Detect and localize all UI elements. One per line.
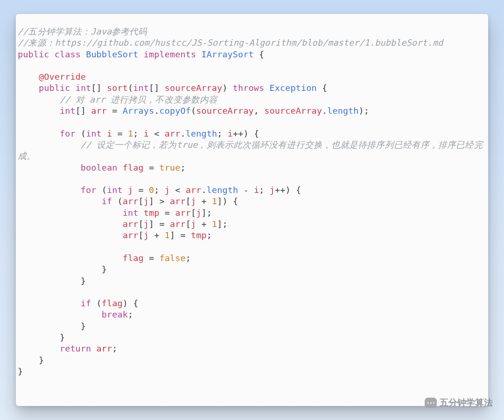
token-member: length [327,106,358,116]
token-punct: [ [186,219,191,229]
token-comment: // 对 arr 进行拷贝，不改变参数内容 [60,95,217,104]
token-plain [49,49,54,59]
token-plain [170,185,175,195]
code-line: // 设定一个标记，若为true，则表示此次循环没有进行交换，也就是待排序列已经… [18,140,483,161]
token-annotation: @Override [39,72,86,82]
token-keyword: public [18,49,49,59]
token-keyword: for [60,129,76,138]
token-type: int [76,83,91,93]
token-comment: // 设定一个标记，若为true，则表示此次循环没有进行交换，也就是待排序列已经… [18,140,483,161]
token-plain [207,196,212,206]
token-plain [228,83,233,93]
token-punct: } [39,355,44,365]
token-plain [254,49,259,59]
token-plain [144,185,149,195]
token-ident: arr [165,129,181,138]
token-plain [149,129,154,138]
token-operator: = [139,185,144,195]
token-punct: ]; [201,208,211,218]
code-line: } [18,321,86,331]
token-plain [154,253,159,263]
token-comment: //来源：https://github.com/hustcc/JS-Sortin… [18,38,443,48]
token-keyword: class [55,49,81,59]
code-line: arr[j + 1] = tmp; [18,230,212,240]
token-punct: } [81,276,86,286]
token-plain [165,196,170,206]
token-keyword: throws [233,83,264,93]
code-line: arr[j] = arr[j + 1]; [18,219,228,229]
token-plain [91,298,96,308]
token-type: int [60,106,76,116]
token-ident: arr [170,196,186,206]
token-operator: + [201,196,206,206]
code-line: //五分钟学算法：Java参考代码 [18,27,147,36]
token-ident: sourceArray [264,106,322,116]
code-line: // 对 arr 进行拷贝，不改变参数内容 [18,95,217,104]
token-punct: . [154,106,159,116]
token-punct: ) [222,83,227,93]
token-plain [139,49,144,59]
token-punct: . [322,106,327,116]
code-line: for (int i = 1; i < arr.length; i++) { [18,129,259,138]
token-punct: { [322,83,327,93]
token-plain [81,49,86,59]
token-punct: . [202,185,207,195]
token-punct: ); [359,106,369,116]
token-punct: ; [217,129,227,138]
token-punct: . [181,129,186,138]
code-line: //来源：https://github.com/hustcc/JS-Sortin… [18,38,443,48]
token-plain [91,344,96,353]
token-ident: j [165,185,170,195]
token-member: length [207,185,238,195]
token-operator: = [118,129,123,138]
token-punct: ; [259,185,269,195]
token-plain [118,106,123,116]
token-comment: //五分钟学算法：Java参考代码 [18,27,147,36]
token-ident: arr [123,196,139,206]
token-punct: ; [186,253,191,263]
token-punct: [ [186,196,191,206]
token-ident: flag [123,253,144,263]
token-keyword: public [39,83,70,93]
token-plain [196,196,201,206]
token-punct: ) { [123,298,139,308]
token-operator: ++ [233,129,243,138]
token-member: length [186,129,217,138]
token-punct: ) { [243,129,259,138]
token-classname: IArraySort [201,49,253,59]
token-punct: , [254,106,264,116]
token-ident: flag [102,298,123,308]
token-member: copyOf [160,106,191,116]
token-ident: j [270,185,275,195]
token-punct: } [60,332,65,342]
token-ident: i [254,185,259,195]
token-ident: i [228,129,233,138]
token-plain [196,49,201,59]
token-plain [149,230,154,240]
code-line: } [18,276,86,286]
token-plain [102,129,107,138]
token-operator: + [154,230,159,240]
token-ident: j [144,219,149,229]
token-punct: [ [138,219,143,229]
token-keyword: break [102,310,128,319]
code-line: public int[] sort(int[] sourceArray) thr… [18,83,327,93]
token-plain [238,185,243,195]
token-plain [138,208,143,218]
token-punct: [] [149,83,165,93]
token-number: 1 [165,230,170,240]
token-ident: arr [175,208,191,218]
token-bool: false [159,253,185,263]
token-ident: arr [186,185,202,195]
token-ident: j [128,185,133,195]
token-operator: = [112,106,117,116]
token-plain [249,185,254,195]
token-ident: arr [91,106,107,116]
token-type: int [86,129,102,138]
token-keyword: return [60,344,91,353]
token-funcname: sort [107,83,128,93]
watermark-label: 五分钟学算法 [440,397,493,409]
token-keyword: if [102,196,112,206]
token-type: boolean [81,163,118,172]
token-plain [112,129,117,138]
